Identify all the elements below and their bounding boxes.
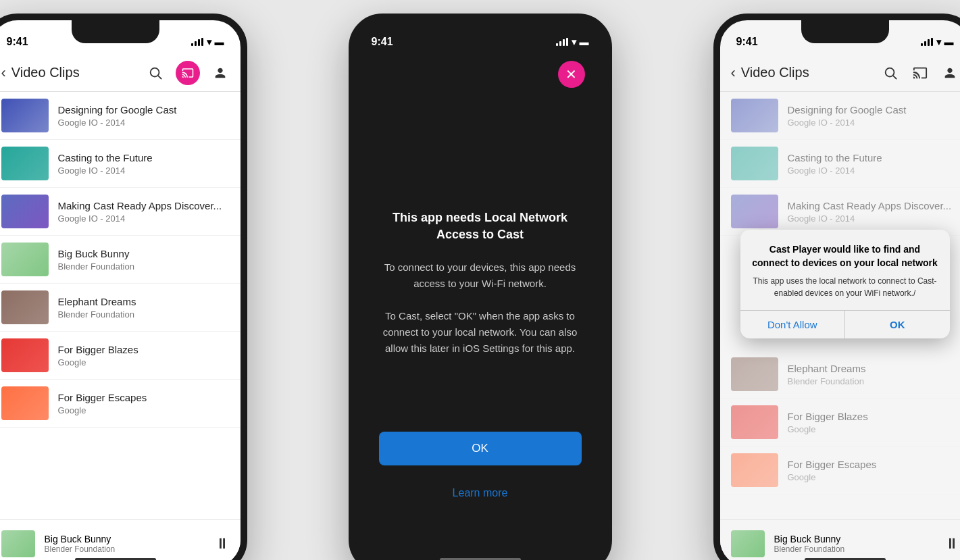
close-button-2[interactable]: ✕ — [558, 61, 585, 88]
video-title-3-7: For Bigger Escapes — [788, 458, 959, 472]
now-playing-title-1: Big Buck Bunny — [45, 534, 205, 544]
video-sub-1-6: Google — [58, 357, 230, 367]
wifi-icon-1: ▾ — [207, 36, 211, 47]
video-item-3-6[interactable]: For Bigger Blazes Google — [720, 399, 961, 447]
video-item-1-7[interactable]: For Bigger Escapes Google — [0, 380, 241, 428]
video-title-1-2: Casting to the Future — [58, 151, 230, 165]
account-button-3[interactable] — [940, 63, 959, 82]
video-title-1-7: For Bigger Escapes — [58, 391, 230, 405]
now-playing-bar-3: Big Buck Bunny Blender Foundation ⏸ — [720, 519, 961, 560]
video-title-3-5: Elephant Dreams — [788, 362, 959, 376]
search-button-1[interactable] — [146, 63, 165, 82]
dialog-title: This app needs Local Network Access to C… — [376, 209, 585, 243]
video-info-1-3: Making Cast Ready Apps Discover... Googl… — [58, 199, 230, 224]
video-item-3-7[interactable]: For Bigger Escapes Google — [720, 447, 961, 494]
dialog-body-1: To connect to your devices, this app nee… — [376, 259, 585, 292]
signal-icon-3 — [921, 38, 933, 46]
time-2: 9:41 — [372, 36, 393, 48]
pause-button-1[interactable]: ⏸ — [215, 535, 230, 553]
ios-alert-buttons: Don't Allow OK — [740, 310, 950, 338]
ios-alert-content: Cast Player would like to find and conne… — [740, 230, 950, 310]
notch-2 — [436, 20, 524, 43]
signal-icon-2 — [556, 38, 568, 46]
video-title-1-4: Big Buck Bunny — [58, 247, 230, 261]
thumb-1-5 — [1, 290, 49, 324]
video-title-1-6: For Bigger Blazes — [58, 343, 230, 357]
app-bar-icons-3 — [881, 63, 959, 82]
video-sub-1-2: Google IO - 2014 — [58, 166, 230, 176]
thumb-1-3 — [1, 195, 49, 228]
status-icons-3: ▾ ▬ — [921, 36, 954, 47]
video-info-1-5: Elephant Dreams Blender Foundation — [58, 295, 230, 320]
pause-button-3[interactable]: ⏸ — [944, 535, 959, 553]
dialog-body: To connect to your devices, this app nee… — [376, 259, 585, 357]
ios-alert-body: This app uses the local network to conne… — [751, 275, 939, 299]
back-button-1[interactable]: ‹ — [1, 64, 6, 82]
video-item-3-2[interactable]: Casting to the Future Google IO - 2014 — [720, 140, 961, 188]
back-button-3[interactable]: ‹ — [731, 64, 736, 82]
app-bar-icons-1 — [146, 61, 230, 85]
thumb-3-5 — [731, 357, 778, 391]
video-item-1-4[interactable]: Big Buck Bunny Blender Foundation — [0, 236, 241, 284]
video-item-1-5[interactable]: Elephant Dreams Blender Foundation — [0, 284, 241, 332]
search-button-3[interactable] — [881, 63, 900, 82]
phone-2: 9:41 ▾ ▬ ✕ This app needs Local Network … — [349, 14, 612, 560]
notch-1 — [72, 20, 159, 43]
video-info-1-6: For Bigger Blazes Google — [58, 343, 230, 368]
thumb-3-1 — [731, 99, 778, 132]
svg-line-3 — [893, 76, 896, 79]
video-list-1: Designing for Google Cast Google IO - 20… — [0, 92, 241, 519]
video-title-3-3: Making Cast Ready Apps Discover... — [788, 199, 959, 213]
now-playing-thumb-1 — [1, 530, 35, 557]
video-sub-3-3: Google IO - 2014 — [788, 213, 959, 224]
video-title-3-1: Designing for Google Cast — [788, 103, 959, 117]
thumb-1-7 — [1, 386, 49, 420]
notch-3 — [801, 20, 889, 43]
battery-icon-2: ▬ — [580, 36, 589, 47]
video-title-1-3: Making Cast Ready Apps Discover... — [58, 199, 230, 213]
thumb-1-2 — [1, 147, 49, 180]
dont-allow-button[interactable]: Don't Allow — [740, 311, 846, 338]
video-item-1-6[interactable]: For Bigger Blazes Google — [0, 332, 241, 380]
video-info-1-4: Big Buck Bunny Blender Foundation — [58, 247, 230, 272]
video-title-1-1: Designing for Google Cast — [58, 103, 230, 117]
svg-point-0 — [150, 68, 159, 76]
phone-3: 9:41 ▾ ▬ ‹ Video Clips — [713, 14, 961, 560]
time-3: 9:41 — [736, 36, 758, 48]
ios-ok-button[interactable]: OK — [845, 311, 950, 338]
page-title-3: Video Clips — [741, 65, 881, 80]
video-item-3-3[interactable]: Making Cast Ready Apps Discover... Googl… — [720, 188, 961, 236]
learn-more-link[interactable]: Learn more — [453, 487, 508, 499]
video-sub-1-3: Google IO - 2014 — [58, 213, 230, 224]
wifi-icon-2: ▾ — [572, 36, 576, 47]
video-info-3-6: For Bigger Blazes Google — [788, 410, 959, 435]
ok-button-2[interactable]: OK — [379, 432, 582, 465]
thumb-3-7 — [731, 453, 778, 487]
video-sub-3-5: Blender Foundation — [788, 376, 959, 386]
dialog-body-2: To Cast, select "OK" when the app asks t… — [376, 308, 585, 357]
video-item-1-2[interactable]: Casting to the Future Google IO - 2014 — [0, 140, 241, 188]
wifi-icon-3: ▾ — [936, 36, 941, 47]
now-playing-info-1: Big Buck Bunny Blender Foundation — [45, 534, 205, 554]
video-item-3-5[interactable]: Elephant Dreams Blender Foundation — [720, 351, 961, 399]
signal-icon-1 — [191, 38, 203, 46]
thumb-1-6 — [1, 338, 49, 372]
cast-button-1[interactable] — [176, 61, 200, 85]
account-button-1[interactable] — [211, 63, 230, 82]
video-item-1-3[interactable]: Making Cast Ready Apps Discover... Googl… — [0, 188, 241, 236]
cast-button-3[interactable] — [911, 63, 930, 82]
battery-icon-1: ▬ — [215, 36, 224, 47]
video-sub-1-5: Blender Foundation — [58, 309, 230, 320]
time-1: 9:41 — [7, 36, 28, 48]
video-info-3-7: For Bigger Escapes Google — [788, 458, 959, 483]
video-sub-3-2: Google IO - 2014 — [788, 166, 959, 176]
svg-point-2 — [885, 68, 894, 76]
video-sub-3-1: Google IO - 2014 — [788, 118, 959, 128]
video-item-1-1[interactable]: Designing for Google Cast Google IO - 20… — [0, 92, 241, 140]
now-playing-thumb-3 — [731, 530, 765, 557]
now-playing-info-3: Big Buck Bunny Blender Foundation — [774, 534, 935, 554]
thumb-1-4 — [1, 243, 49, 276]
video-info-1-2: Casting to the Future Google IO - 2014 — [58, 151, 230, 176]
video-title-3-2: Casting to the Future — [788, 151, 959, 165]
video-item-3-1[interactable]: Designing for Google Cast Google IO - 20… — [720, 92, 961, 140]
